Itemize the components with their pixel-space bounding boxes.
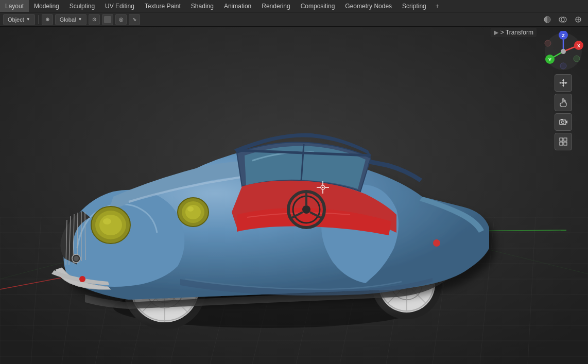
svg-marker-111 — [565, 82, 567, 84]
header-right-controls — [541, 14, 585, 25]
svg-text:Y: Y — [548, 57, 551, 62]
menu-item-rendering[interactable]: Rendering — [256, 0, 295, 12]
viewport-scene — [0, 27, 588, 364]
svg-point-76 — [103, 218, 111, 224]
falloff-icon: ∿ — [132, 16, 136, 22]
transform-panel-label[interactable]: ▶ > Transform — [491, 28, 537, 37]
quad-view-icon — [559, 137, 568, 146]
move-tool-button[interactable] — [555, 74, 572, 92]
quad-view-button[interactable] — [555, 133, 572, 150]
hand-icon — [559, 98, 568, 107]
menu-item-scripting[interactable]: Scripting — [397, 0, 431, 12]
chevron-down-icon-2: ▼ — [78, 17, 82, 22]
svg-marker-108 — [562, 79, 564, 81]
svg-text:X: X — [577, 43, 580, 48]
menu-item-geometry-nodes[interactable]: Geometry Nodes — [340, 0, 397, 12]
move-icon — [559, 78, 568, 88]
navigation-gizmo[interactable]: Z X Y — [543, 31, 584, 72]
svg-point-105 — [561, 49, 566, 54]
menu-item-modeling[interactable]: Modeling — [29, 0, 64, 12]
header-toolbar: Object ▼ ⊕ Global ▼ ⊙ ◎ ∿ — [0, 12, 588, 27]
svg-point-103 — [545, 40, 551, 46]
menu-item-sculpting[interactable]: Sculpting — [64, 0, 100, 12]
svg-point-112 — [562, 82, 564, 84]
gizmo-icon — [574, 15, 582, 24]
svg-point-104 — [574, 56, 580, 62]
object-mode-selector[interactable]: Object ▼ — [3, 14, 35, 25]
svg-point-82 — [74, 256, 79, 261]
svg-rect-113 — [560, 120, 566, 125]
svg-rect-116 — [561, 119, 563, 120]
svg-rect-120 — [564, 142, 567, 145]
camera-icon — [559, 117, 568, 127]
svg-point-75 — [99, 215, 122, 235]
chevron-down-icon: ▼ — [26, 17, 30, 22]
toolbar-separator-1 — [38, 15, 39, 24]
svg-point-84 — [433, 239, 440, 247]
snap-options-icon — [104, 16, 111, 23]
top-menu-bar: Layout Modeling Sculpting UV Editing Tex… — [0, 0, 588, 12]
svg-marker-109 — [562, 85, 564, 87]
svg-rect-118 — [564, 138, 567, 141]
magnet-icon: ⊙ — [92, 16, 96, 22]
svg-point-79 — [185, 205, 201, 219]
svg-point-85 — [79, 276, 85, 282]
viewport-shading-button[interactable] — [541, 14, 554, 25]
svg-point-102 — [560, 63, 566, 69]
svg-text:Z: Z — [562, 33, 565, 38]
3d-viewport[interactable]: ▶ > Transform Z X Y — [0, 27, 588, 364]
transform-orientation-selector[interactable]: Global ▼ — [55, 14, 87, 25]
menu-item-uv-editing[interactable]: UV Editing — [100, 0, 140, 12]
add-workspace-button[interactable]: + — [431, 0, 443, 12]
svg-rect-119 — [560, 142, 563, 145]
svg-point-69 — [302, 205, 310, 214]
proportional-editing-toggle[interactable]: ◎ — [115, 14, 127, 25]
svg-point-91 — [322, 187, 324, 188]
pan-tool-button[interactable] — [555, 94, 572, 111]
svg-point-115 — [562, 121, 564, 124]
gizmo-button[interactable] — [572, 14, 585, 25]
proportional-icon: ◎ — [119, 16, 124, 22]
menu-item-animation[interactable]: Animation — [219, 0, 256, 12]
menu-item-texture-paint[interactable]: Texture Paint — [140, 0, 186, 12]
svg-marker-110 — [559, 82, 561, 84]
svg-rect-117 — [560, 138, 563, 141]
pivot-icon: ⊕ — [45, 16, 49, 22]
snapping-toggle[interactable]: ⊙ — [89, 14, 100, 25]
camera-tool-button[interactable] — [555, 113, 572, 131]
shading-icon — [543, 15, 551, 24]
svg-point-80 — [187, 206, 194, 212]
svg-line-65 — [85, 212, 85, 260]
overlay-button[interactable] — [556, 14, 569, 25]
menu-item-shading[interactable]: Shading — [186, 0, 219, 12]
transform-pivot-button[interactable]: ⊕ — [42, 14, 53, 25]
transform-chevron-icon: ▶ — [494, 29, 498, 36]
menu-item-layout[interactable]: Layout — [0, 0, 29, 12]
snap-options[interactable] — [102, 14, 113, 25]
right-panel: Z X Y — [543, 31, 584, 150]
menu-item-compositing[interactable]: Compositing — [296, 0, 340, 12]
overlay-icon — [559, 15, 567, 24]
proportional-falloff[interactable]: ∿ — [129, 14, 140, 25]
